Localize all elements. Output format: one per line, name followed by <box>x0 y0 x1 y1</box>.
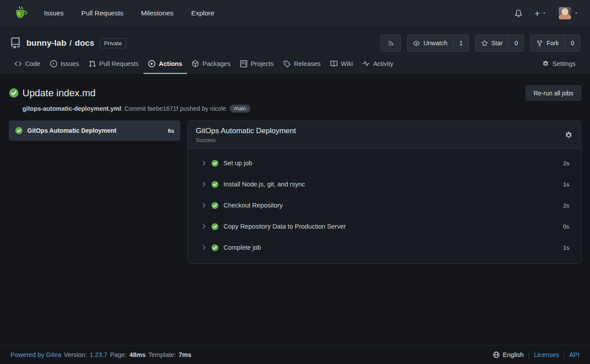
rss-button[interactable] <box>381 35 401 51</box>
branch-badge[interactable]: main <box>230 105 250 113</box>
repo-title-row: bunny-lab / docs Private Unwatch 1 <box>10 33 580 53</box>
package-icon <box>192 60 199 67</box>
nav-pull-requests[interactable]: Pull Requests <box>81 9 124 17</box>
star-button[interactable]: Star <box>476 35 509 51</box>
project-board-icon <box>240 60 247 67</box>
pulse-icon <box>363 60 370 67</box>
template-time-label: Template: <box>148 351 176 358</box>
workflow-file-link[interactable]: gitops-automatic-deployment.yml <box>22 105 121 112</box>
step-duration: 2s <box>563 202 569 209</box>
template-time-value: 7ms <box>179 351 191 358</box>
fork-button[interactable]: Fork <box>531 35 564 51</box>
tab-code[interactable]: Code <box>10 55 45 74</box>
tab-wiki[interactable]: Wiki <box>326 55 358 74</box>
user-menu[interactable] <box>559 7 579 19</box>
step-success-check-icon <box>211 181 219 188</box>
gitea-logo-icon[interactable] <box>13 6 28 21</box>
watch-button-group: Unwatch 1 <box>407 35 469 51</box>
licenses-link[interactable]: Licenses <box>534 351 559 358</box>
repo-owner-link[interactable]: bunny-lab <box>26 38 66 48</box>
fork-icon <box>536 40 543 47</box>
api-link[interactable]: API <box>569 351 579 358</box>
run-success-check-icon <box>9 88 19 98</box>
watchers-count[interactable]: 1 <box>453 35 469 51</box>
powered-by-gitea-link[interactable]: Powered by Gitea <box>11 351 61 358</box>
tab-releases[interactable]: Releases <box>279 55 325 74</box>
chevron-down-icon <box>542 11 546 15</box>
globe-icon <box>493 351 500 358</box>
top-navbar: Issues Pull Requests Milestones Explore … <box>0 0 590 26</box>
step-duration: 0s <box>563 223 569 230</box>
step-success-check-icon <box>211 160 219 167</box>
nav-milestones[interactable]: Milestones <box>141 9 173 17</box>
unwatch-label: Unwatch <box>423 40 447 47</box>
page-footer: Powered by Gitea Version: 1.23.7 Page: 4… <box>0 345 590 364</box>
page-time-label: Page: <box>110 351 127 358</box>
nav-issues[interactable]: Issues <box>44 9 64 17</box>
star-button-group: Star 0 <box>475 35 524 51</box>
page-time-value: 48ms <box>129 351 146 358</box>
job-success-check-icon <box>15 127 23 135</box>
run-view: Update index.md Re-run all jobs gitops-a… <box>0 74 590 345</box>
language-selector[interactable]: English <box>488 351 529 358</box>
code-icon <box>15 60 22 67</box>
step-success-check-icon <box>211 202 219 209</box>
nav-explore[interactable]: Explore <box>191 9 215 17</box>
run-subtitle: gitops-automatic-deployment.yml: Commit … <box>22 105 581 113</box>
step-row[interactable]: Set up job 2s <box>188 153 581 174</box>
star-icon <box>481 40 488 47</box>
navbar-right: + <box>515 7 579 19</box>
tab-issues[interactable]: Issues <box>45 55 84 74</box>
private-badge: Private <box>99 38 126 48</box>
chevron-right-icon <box>201 223 207 229</box>
play-circle-icon <box>148 60 155 67</box>
tab-pull-requests[interactable]: Pull Requests <box>84 55 143 74</box>
unwatch-button[interactable]: Unwatch <box>407 35 453 51</box>
job-options-gear-icon[interactable] <box>564 131 573 139</box>
tag-icon <box>283 60 290 67</box>
job-duration: 6s <box>168 127 174 134</box>
chevron-right-icon <box>201 202 207 208</box>
step-success-check-icon <box>211 223 219 230</box>
footer-right: English Licenses API <box>488 351 579 358</box>
tab-actions[interactable]: Actions <box>143 55 187 74</box>
create-new-dropdown[interactable]: + <box>535 9 546 18</box>
step-row[interactable]: Checkout Repository 2s <box>188 195 581 216</box>
forks-count[interactable]: 0 <box>564 35 580 51</box>
main-nav: Issues Pull Requests Milestones Explore <box>44 9 214 17</box>
job-panel-title: GitOps Automatic Deployment <box>196 127 296 135</box>
repo-header: bunny-lab / docs Private Unwatch 1 <box>0 26 590 74</box>
job-detail-panel: GitOps Automatic Deployment Success Set … <box>187 120 581 264</box>
footer-left: Powered by Gitea Version: 1.23.7 Page: 4… <box>11 351 191 358</box>
tab-activity[interactable]: Activity <box>358 55 398 74</box>
step-row[interactable]: Install Node.js, git, and rsync 1s <box>188 174 581 195</box>
repo-action-buttons: Unwatch 1 Star 0 Fork 0 <box>381 35 580 51</box>
pull-request-icon <box>89 60 96 67</box>
rerun-all-jobs-button[interactable]: Re-run all jobs <box>526 85 581 101</box>
notifications-bell-icon[interactable] <box>515 10 522 17</box>
version-link[interactable]: 1.23.7 <box>90 351 107 358</box>
repo-name-link[interactable]: docs <box>75 38 94 48</box>
eye-icon <box>413 40 420 47</box>
stars-count[interactable]: 0 <box>508 35 524 51</box>
chevron-right-icon <box>201 244 207 251</box>
job-panel-header: GitOps Automatic Deployment Success <box>188 121 581 149</box>
step-success-check-icon <box>211 244 219 251</box>
repo-icon <box>10 37 21 49</box>
gitea-actions-page: Issues Pull Requests Milestones Explore … <box>0 0 590 364</box>
step-duration: 1s <box>563 244 569 251</box>
job-list-item-selected[interactable]: GitOps Automatic Deployment 6s <box>9 120 180 141</box>
step-row[interactable]: Copy Repository Data to Production Serve… <box>188 216 581 237</box>
repo-tabs: Code Issues Pull Requests Actions Packag… <box>10 55 580 74</box>
issue-icon <box>50 60 57 67</box>
book-icon <box>330 60 337 67</box>
commit-info: : Commit faebe1671f pushed by nicole <box>121 105 226 112</box>
tab-settings[interactable]: Settings <box>537 55 580 74</box>
step-row[interactable]: Complete job 1s <box>188 237 581 258</box>
gear-icon <box>542 60 549 67</box>
tab-projects[interactable]: Projects <box>235 55 279 74</box>
fork-button-group: Fork 0 <box>530 35 580 51</box>
job-name: GitOps Automatic Deployment <box>27 127 164 134</box>
licenses-link-wrap: Licenses <box>528 351 564 358</box>
tab-packages[interactable]: Packages <box>187 55 235 74</box>
